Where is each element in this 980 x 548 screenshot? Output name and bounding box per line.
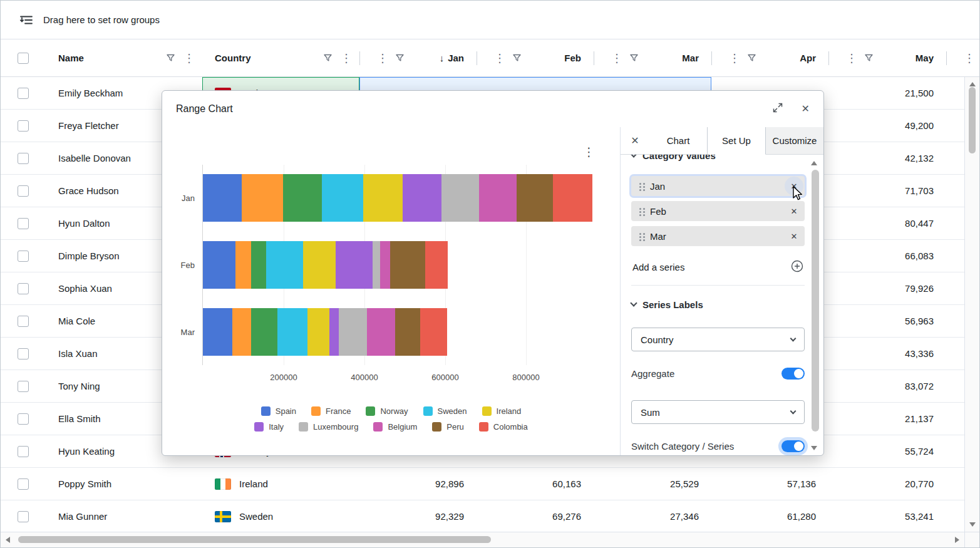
table-row[interactable]: Mia GunnerSweden92,32969,27627,34661,280…: [1, 500, 979, 533]
filter-icon[interactable]: [748, 54, 756, 62]
column-header-feb[interactable]: ⋮ Feb: [477, 39, 594, 76]
column-header-may[interactable]: ⋮ May: [828, 39, 946, 76]
bar-segment-belgium[interactable]: [479, 174, 517, 222]
column-menu-icon[interactable]: ⋮: [341, 53, 352, 64]
row-checkbox-cell[interactable]: [1, 500, 46, 532]
filter-icon[interactable]: [513, 54, 521, 62]
row-checkbox-cell[interactable]: [1, 435, 46, 467]
bar-segment-ireland[interactable]: [363, 174, 403, 222]
column-menu-icon[interactable]: ⋮: [183, 53, 195, 64]
filter-icon[interactable]: [324, 54, 332, 62]
bar-segment-france[interactable]: [242, 174, 283, 222]
legend-item[interactable]: Norway: [366, 406, 408, 416]
scroll-right-icon[interactable]: [955, 537, 959, 543]
bar-segment-colombia[interactable]: [420, 308, 447, 356]
row-checkbox[interactable]: [18, 218, 29, 229]
bar-segment-sweden[interactable]: [266, 241, 303, 289]
row-checkbox[interactable]: [18, 381, 29, 392]
bar-segment-norway[interactable]: [283, 174, 322, 222]
column-menu-icon[interactable]: ⋮: [729, 53, 740, 64]
drag-handle-icon[interactable]: [639, 233, 641, 235]
column-header-next[interactable]: ⋮: [946, 39, 979, 76]
row-group-panel[interactable]: Drag here to set row groups: [1, 1, 979, 39]
select-all-checkbox[interactable]: [18, 53, 29, 64]
category-value-pill[interactable]: Mar✕: [631, 226, 805, 246]
vertical-scrollbar-thumb[interactable]: [969, 87, 976, 153]
bar-segment-peru[interactable]: [517, 174, 553, 222]
legend-item[interactable]: Peru: [432, 422, 463, 432]
category-value-pill[interactable]: Jan✕: [631, 176, 805, 196]
row-checkbox[interactable]: [18, 413, 29, 425]
row-checkbox[interactable]: [18, 511, 29, 522]
bar-segment-italy[interactable]: [403, 174, 441, 222]
row-checkbox-cell[interactable]: [1, 240, 46, 272]
row-checkbox[interactable]: [18, 316, 29, 327]
panel-scroll-down-icon[interactable]: [811, 446, 817, 450]
column-header-name[interactable]: Name ⋮: [46, 39, 202, 76]
bar-segment-norway[interactable]: [251, 308, 277, 356]
bar-segment-norway[interactable]: [251, 241, 266, 289]
column-header-jan[interactable]: ⋮ ↓Jan: [359, 39, 477, 76]
scroll-up-icon[interactable]: [969, 82, 976, 86]
horizontal-scrollbar[interactable]: [1, 532, 964, 547]
legend-item[interactable]: Ireland: [482, 406, 522, 416]
panel-close-icon[interactable]: ✕: [621, 127, 649, 154]
row-checkbox-cell[interactable]: [1, 77, 46, 109]
column-menu-icon[interactable]: ⋮: [964, 53, 975, 64]
bar-segment-france[interactable]: [232, 308, 251, 356]
category-value-pill[interactable]: Feb✕: [631, 201, 805, 221]
table-row[interactable]: Poppy SmithIreland92,89660,16325,52957,1…: [1, 468, 979, 500]
row-checkbox-cell[interactable]: [1, 272, 46, 304]
series-select[interactable]: Country: [631, 328, 805, 351]
stacked-bar[interactable]: [203, 241, 448, 289]
row-checkbox-cell[interactable]: [1, 142, 46, 174]
legend-item[interactable]: Luxembourg: [299, 422, 358, 432]
bar-segment-peru[interactable]: [390, 241, 425, 289]
bar-segment-sweden[interactable]: [277, 308, 307, 356]
bar-segment-colombia[interactable]: [425, 241, 448, 289]
filter-icon[interactable]: [167, 54, 175, 62]
row-checkbox-cell[interactable]: [1, 370, 46, 402]
bar-segment-spain[interactable]: [203, 241, 235, 289]
row-checkbox[interactable]: [18, 88, 29, 99]
stacked-bar[interactable]: [203, 308, 447, 356]
horizontal-scrollbar-thumb[interactable]: [18, 536, 491, 543]
row-checkbox[interactable]: [18, 478, 29, 490]
bar-segment-sweden[interactable]: [322, 174, 363, 222]
bar-segment-italy[interactable]: [329, 308, 339, 356]
column-menu-icon[interactable]: ⋮: [846, 53, 857, 64]
panel-scrollbar-thumb[interactable]: [812, 170, 819, 432]
bar-segment-luxembourg[interactable]: [373, 241, 380, 289]
column-menu-icon[interactable]: ⋮: [377, 53, 388, 64]
row-checkbox[interactable]: [18, 185, 29, 197]
legend-item[interactable]: Italy: [254, 422, 284, 432]
vertical-scrollbar[interactable]: [964, 77, 979, 532]
add-series-icon[interactable]: [791, 260, 803, 274]
legend-item[interactable]: Colombia: [479, 422, 528, 432]
panel-scroll-up-icon[interactable]: [811, 161, 817, 165]
row-checkbox[interactable]: [18, 446, 29, 457]
filter-icon[interactable]: [865, 54, 873, 62]
bar-segment-spain[interactable]: [203, 174, 242, 222]
row-checkbox-cell[interactable]: [1, 468, 46, 500]
filter-icon[interactable]: [630, 54, 638, 62]
row-checkbox-cell[interactable]: [1, 403, 46, 435]
aggregate-func-select[interactable]: Sum: [631, 400, 805, 424]
aggregate-toggle[interactable]: [781, 368, 805, 380]
bar-segment-peru[interactable]: [395, 308, 420, 356]
bar-segment-belgium[interactable]: [367, 308, 395, 356]
drag-handle-icon[interactable]: [639, 183, 641, 185]
add-series-row[interactable]: Add a series: [632, 257, 803, 276]
row-checkbox[interactable]: [18, 251, 29, 262]
row-checkbox-cell[interactable]: [1, 207, 46, 239]
bar-segment-italy[interactable]: [336, 241, 373, 289]
tab-chart[interactable]: Chart: [649, 127, 707, 154]
switch-toggle[interactable]: [781, 440, 805, 452]
column-header-apr[interactable]: ⋮ Apr: [711, 39, 828, 76]
column-menu-icon[interactable]: ⋮: [611, 53, 622, 64]
bar-segment-france[interactable]: [235, 241, 251, 289]
filter-icon[interactable]: [396, 54, 404, 62]
legend-item[interactable]: Sweden: [423, 406, 467, 416]
remove-icon[interactable]: ✕: [785, 227, 803, 246]
stacked-bar[interactable]: [203, 174, 592, 222]
